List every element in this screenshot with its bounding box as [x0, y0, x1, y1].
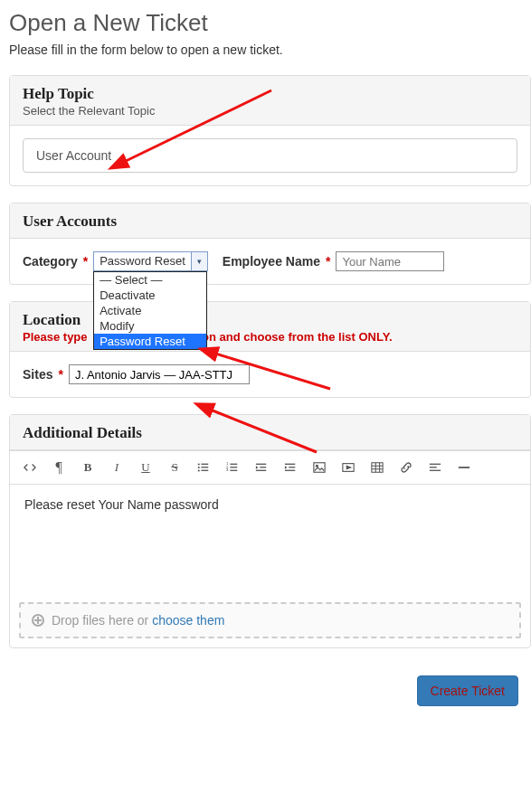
drop-text: Drop files here or: [52, 613, 152, 628]
category-option[interactable]: Modify: [94, 318, 206, 334]
svg-rect-17: [285, 470, 295, 471]
svg-point-4: [198, 469, 200, 471]
svg-rect-8: [230, 470, 237, 471]
user-accounts-heading: User Accounts: [23, 212, 517, 231]
help-topic-heading: Help Topic: [23, 85, 517, 103]
help-topic-select[interactable]: User Account: [23, 138, 517, 173]
svg-rect-13: [260, 467, 266, 467]
svg-point-19: [316, 465, 318, 467]
outdent-icon[interactable]: [249, 455, 274, 480]
editor-body[interactable]: Please reset Your Name password: [10, 485, 530, 602]
svg-rect-5: [201, 470, 208, 471]
align-icon[interactable]: [422, 455, 448, 480]
required-indicator: *: [58, 367, 62, 382]
location-warning: Please type xxxxxxxxxxxxxxxx ion and cho…: [23, 330, 393, 344]
upload-icon: [32, 614, 44, 627]
svg-rect-14: [256, 470, 266, 471]
svg-text:3: 3: [226, 467, 229, 472]
video-icon[interactable]: [336, 455, 361, 480]
employee-name-input[interactable]: [336, 251, 444, 271]
bold-icon[interactable]: B: [75, 455, 100, 480]
create-ticket-button[interactable]: Create Ticket: [417, 675, 518, 706]
choose-files-link[interactable]: choose them: [152, 613, 224, 628]
sites-input[interactable]: [69, 364, 250, 384]
svg-rect-16: [289, 467, 295, 467]
sites-label: Sites: [23, 367, 52, 382]
ul-icon[interactable]: [191, 455, 216, 480]
help-topic-panel: Help Topic Select the Relevant Topic Use…: [9, 75, 531, 186]
category-dropdown[interactable]: — Select —DeactivateActivateModifyPasswo…: [93, 271, 207, 350]
location-panel: Location Please type xxxxxxxxxxxxxxxx io…: [9, 301, 531, 398]
code-icon[interactable]: [17, 455, 43, 480]
svg-rect-6: [230, 464, 237, 465]
italic-icon[interactable]: I: [104, 455, 129, 480]
link-icon[interactable]: [394, 455, 419, 480]
svg-point-0: [198, 463, 200, 465]
help-topic-sub: Select the Relevant Topic: [23, 104, 155, 118]
location-header: Location Please type xxxxxxxxxxxxxxxx io…: [10, 302, 530, 352]
svg-rect-12: [256, 464, 266, 465]
underline-icon[interactable]: U: [133, 455, 158, 480]
employee-label: Employee Name: [223, 254, 320, 269]
table-icon[interactable]: [365, 455, 390, 480]
category-select[interactable]: Password Reset ▾ — Select —DeactivateAct…: [93, 251, 208, 271]
svg-rect-3: [201, 467, 208, 467]
category-value: Password Reset: [94, 252, 191, 270]
category-option[interactable]: Password Reset: [94, 334, 206, 349]
chevron-down-icon: ▾: [191, 252, 207, 270]
strike-icon[interactable]: S: [162, 455, 187, 480]
user-accounts-panel: User Accounts Category * Password Reset …: [9, 203, 531, 285]
svg-rect-24: [430, 470, 441, 471]
ol-icon[interactable]: 123: [220, 455, 245, 480]
required-indicator: *: [326, 254, 330, 269]
category-option[interactable]: — Select —: [94, 272, 206, 288]
svg-rect-1: [201, 464, 208, 465]
required-indicator: *: [83, 254, 88, 269]
hr-icon[interactable]: [451, 455, 477, 480]
svg-rect-7: [230, 467, 237, 467]
svg-rect-18: [314, 463, 325, 473]
additional-details-heading: Additional Details: [23, 424, 517, 442]
category-option[interactable]: Activate: [94, 303, 206, 318]
svg-rect-15: [285, 464, 295, 465]
category-label: Category: [23, 254, 78, 269]
help-topic-value: User Account: [36, 148, 111, 163]
additional-details-header: Additional Details: [10, 415, 530, 450]
editor-toolbar: ¶BIUS123: [10, 450, 530, 485]
user-accounts-header: User Accounts: [10, 203, 530, 239]
help-topic-header: Help Topic Select the Relevant Topic: [10, 76, 530, 126]
svg-point-2: [198, 467, 200, 468]
pilcrow-icon[interactable]: ¶: [46, 455, 71, 480]
page-instructions: Please fill in the form below to open a …: [9, 42, 531, 57]
svg-rect-25: [459, 467, 469, 468]
category-option[interactable]: Deactivate: [94, 288, 206, 303]
image-icon[interactable]: [307, 455, 332, 480]
svg-rect-23: [430, 467, 437, 467]
svg-rect-22: [430, 464, 441, 465]
page-title: Open a New Ticket: [9, 9, 531, 37]
indent-icon[interactable]: [278, 455, 303, 480]
additional-details-panel: Additional Details ¶BIUS123 Please reset…: [9, 414, 531, 648]
file-dropzone[interactable]: Drop files here or choose them: [19, 602, 521, 638]
svg-rect-21: [372, 463, 383, 473]
